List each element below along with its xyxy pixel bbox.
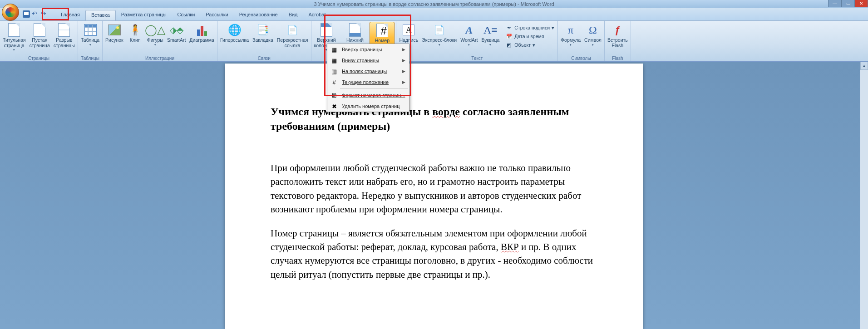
undo-icon[interactable]: ↶ xyxy=(32,10,39,18)
document-paragraph-1: При оформлении любой студенческой работы… xyxy=(271,161,597,216)
hyperlink-button[interactable]: 🌐 Гиперссылка xyxy=(219,22,250,44)
object-icon: ◩ xyxy=(505,41,513,49)
signature-icon: ✒ xyxy=(505,24,513,31)
chevron-right-icon: ▶ xyxy=(402,58,405,63)
quickparts-button[interactable]: 📄 Экспресс-блоки▾ xyxy=(420,22,458,48)
dd-bottom-of-page[interactable]: ▦ Внизу страницы ▶ xyxy=(327,55,409,66)
equation-button[interactable]: π Формула▾ xyxy=(559,22,582,48)
window-controls: — ▭ ✕ xyxy=(829,0,868,7)
group-tables: Таблица▾ Таблицы xyxy=(78,21,103,61)
dd-current-position[interactable]: # Текущее положение ▶ xyxy=(327,77,409,88)
chart-button[interactable]: Диаграмма xyxy=(188,22,216,44)
remove-icon: ✖ xyxy=(329,102,339,110)
bookmark-button[interactable]: 📑 Закладка xyxy=(251,22,275,44)
tab-review[interactable]: Рецензирование xyxy=(234,10,283,20)
group-label-text: Текст xyxy=(398,55,556,61)
minimize-button[interactable]: — xyxy=(828,0,842,7)
chevron-right-icon: ▶ xyxy=(402,80,405,84)
vertical-scrollbar[interactable]: ▲ xyxy=(860,62,868,329)
signature-line-button[interactable]: ✒Строка подписи ▾ xyxy=(503,24,556,32)
hyperlink-icon: 🌐 xyxy=(227,23,242,37)
document-page: Учимся нумеровать страницы в ворде согла… xyxy=(225,64,643,329)
group-label-flash: Flash xyxy=(606,55,629,61)
group-pages: Титульная страница▾ Пустая страница Разр… xyxy=(0,21,78,61)
symbol-icon: Ω xyxy=(586,23,600,37)
chart-icon xyxy=(197,24,207,36)
group-flash: ƒ Встроить Flash Flash xyxy=(605,21,631,61)
cover-page-icon xyxy=(8,23,20,37)
maximize-button[interactable]: ▭ xyxy=(841,0,855,7)
group-symbols: π Формула▾ Ω Символ▾ Символы xyxy=(558,21,605,61)
group-links: 🌐 Гиперссылка 📑 Закладка 📄 Перекрестная … xyxy=(217,21,311,61)
smartart-button[interactable]: ⬗⬘ SmartArt xyxy=(166,22,187,44)
blank-page-button[interactable]: Пустая страница xyxy=(28,22,51,49)
menu-separator xyxy=(340,88,408,89)
document-area: Учимся нумеровать страницы в ворде согла… xyxy=(0,62,868,329)
tab-home[interactable]: Главная xyxy=(55,10,85,20)
tab-acrobat[interactable]: Acrobat xyxy=(303,10,331,20)
crossref-button[interactable]: 📄 Перекрестная ссылка xyxy=(276,22,310,49)
object-button[interactable]: ◩Объект ▾ xyxy=(503,41,556,49)
equation-icon: π xyxy=(563,23,578,37)
datetime-button[interactable]: 📅Дата и время xyxy=(503,32,556,40)
wordart-icon: A xyxy=(465,24,473,36)
save-icon[interactable] xyxy=(23,10,30,18)
tab-references[interactable]: Ссылки xyxy=(172,10,201,20)
shapes-button[interactable]: ◯△ Фигуры▾ xyxy=(146,22,165,48)
chevron-right-icon: ▶ xyxy=(402,47,405,52)
textbox-icon: A xyxy=(403,25,414,35)
tab-mailings[interactable]: Рассылки xyxy=(200,10,233,20)
symbol-button[interactable]: Ω Символ▾ xyxy=(583,22,603,48)
calendar-icon: 📅 xyxy=(505,33,513,40)
blank-page-icon xyxy=(34,23,45,37)
page-number-dropdown: ▦ Вверху страницы ▶ ▦ Внизу страницы ▶ ▥… xyxy=(327,44,409,112)
flash-icon: ƒ xyxy=(610,23,625,37)
bookmark-icon: 📑 xyxy=(256,23,270,37)
table-button[interactable]: Таблица▾ xyxy=(79,22,101,48)
cover-page-button[interactable]: Титульная страница▾ xyxy=(1,22,27,53)
page-break-icon xyxy=(58,23,70,37)
dd-top-of-page[interactable]: ▦ Вверху страницы ▶ xyxy=(327,44,409,55)
office-button[interactable] xyxy=(2,4,19,21)
header-icon xyxy=(321,23,332,37)
close-button[interactable]: ✕ xyxy=(854,0,868,7)
group-text: A Надпись▾ 📄 Экспресс-блоки▾ A WordArt▾ … xyxy=(396,21,558,61)
page-margin-icon: ▥ xyxy=(329,67,339,75)
table-icon xyxy=(84,24,97,36)
footer-icon xyxy=(349,23,361,37)
embed-flash-button[interactable]: ƒ Встроить Flash xyxy=(606,22,629,49)
document-heading: Учимся нумеровать страницы в ворде согла… xyxy=(271,104,597,134)
group-label-illustrations: Иллюстрации xyxy=(104,55,216,61)
group-label-pages: Страницы xyxy=(1,55,76,61)
tab-page-layout[interactable]: Разметка страницы xyxy=(116,10,172,20)
smartart-icon: ⬗⬘ xyxy=(169,23,184,37)
dropcap-button[interactable]: A≡ Буквица▾ xyxy=(480,22,501,48)
ribbon: Титульная страница▾ Пустая страница Разр… xyxy=(0,21,868,62)
document-paragraph-2: Номер страницы – является обязательным э… xyxy=(271,226,597,282)
picture-icon xyxy=(108,25,121,35)
window-title: 3 Учимся нумеровать страницы в ворде сог… xyxy=(314,1,554,7)
quick-access-toolbar: ↶ ↷ xyxy=(23,10,48,20)
crossref-icon: 📄 xyxy=(285,23,300,37)
group-illustrations: Рисунок 🧍 Клип ◯△ Фигуры▾ ⬗⬘ SmartArt Ди… xyxy=(103,21,217,61)
dd-page-margins[interactable]: ▥ На полях страницы ▶ xyxy=(327,66,409,77)
scroll-up-button[interactable]: ▲ xyxy=(860,62,868,70)
page-bottom-icon: ▦ xyxy=(329,56,339,64)
title-bar: 3 Учимся нумеровать страницы в ворде сог… xyxy=(0,0,868,8)
clipart-icon: 🧍 xyxy=(128,23,143,37)
page-break-button[interactable]: Разрыв страницы xyxy=(52,22,76,49)
tab-view[interactable]: Вид xyxy=(283,10,303,20)
picture-button[interactable]: Рисунок xyxy=(104,22,125,44)
dd-format-page-numbers[interactable]: 🖹 Формат номеров страниц... xyxy=(327,90,409,101)
current-pos-icon: # xyxy=(329,78,339,86)
dd-remove-page-numbers[interactable]: ✖ Удалить номера страниц xyxy=(327,101,409,112)
quickparts-icon: 📄 xyxy=(432,23,447,37)
chevron-right-icon: ▶ xyxy=(402,69,405,74)
format-icon: 🖹 xyxy=(329,91,339,99)
tabs-bar: ↶ ↷ Главная Вставка Разметка страницы Сс… xyxy=(0,8,868,21)
redo-icon[interactable]: ↷ xyxy=(41,10,48,18)
clipart-button[interactable]: 🧍 Клип xyxy=(126,22,145,44)
tab-insert[interactable]: Вставка xyxy=(85,10,116,20)
page-number-icon: # xyxy=(376,24,388,37)
wordart-button[interactable]: A WordArt▾ xyxy=(459,22,479,48)
